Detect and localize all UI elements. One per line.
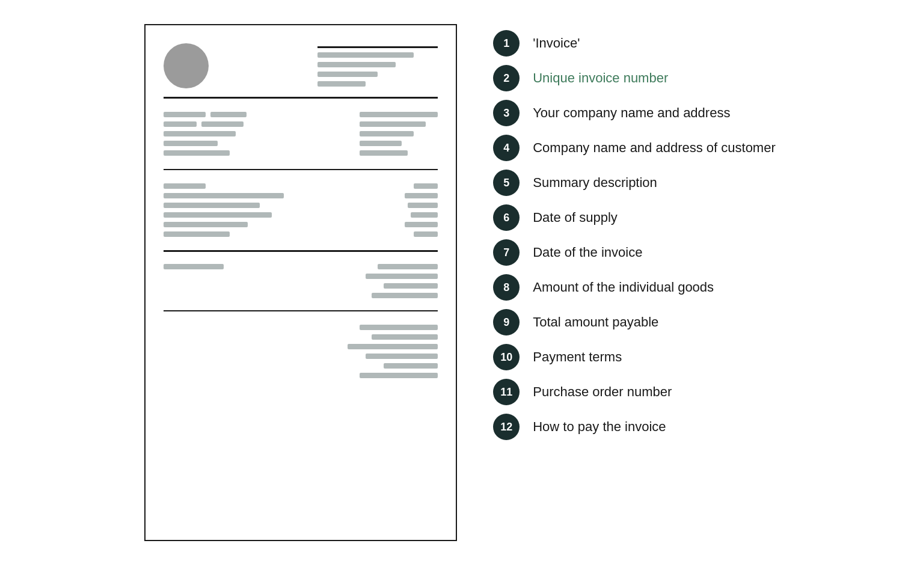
bar (372, 293, 438, 298)
bar (164, 112, 206, 117)
info-col-right (360, 112, 438, 156)
divider-2 (164, 169, 438, 171)
bar (164, 222, 248, 227)
legend-item-10: 10Payment terms (493, 344, 776, 370)
bar (414, 183, 438, 189)
payment-section (164, 316, 438, 378)
bar (360, 121, 426, 127)
badge-2: 2 (493, 65, 520, 91)
bar (201, 121, 244, 127)
badge-12: 12 (493, 414, 520, 440)
bar (164, 141, 218, 146)
legend-item-2: 2Unique invoice number (493, 65, 776, 91)
line-item-row (164, 183, 438, 189)
subtotals-left (164, 264, 224, 269)
bar (164, 264, 224, 269)
bar (360, 112, 438, 117)
bar (164, 121, 197, 127)
badge-11: 11 (493, 379, 520, 405)
line-items-section (164, 175, 438, 245)
info-col-left (164, 112, 247, 156)
bar (348, 344, 438, 349)
subtotals-right (366, 264, 438, 298)
badge-9: 9 (493, 309, 520, 335)
bar (164, 131, 236, 136)
bar (360, 325, 438, 330)
divider-4 (164, 310, 438, 312)
divider-1 (164, 97, 438, 99)
bar (360, 131, 414, 136)
legend-label-5: Summary description (533, 175, 657, 191)
line-item-row (164, 231, 438, 237)
line-item-row (164, 203, 438, 208)
legend-label-6: Date of supply (533, 210, 618, 225)
legend-list: 1'Invoice'2Unique invoice number3Your co… (493, 24, 776, 440)
legend-label-4: Company name and address of customer (533, 140, 776, 156)
page-container: 1'Invoice'2Unique invoice number3Your co… (0, 0, 920, 588)
bar (378, 264, 438, 269)
bar (164, 212, 272, 218)
subtotals-section (164, 257, 438, 305)
bar (384, 363, 438, 369)
badge-7: 7 (493, 239, 520, 266)
badge-4: 4 (493, 135, 520, 161)
legend-label-3: Your company name and address (533, 105, 730, 121)
bar (405, 193, 438, 198)
legend-item-9: 9Total amount payable (493, 309, 776, 335)
bar (360, 373, 438, 378)
badge-10: 10 (493, 344, 520, 370)
bar (164, 183, 206, 189)
bar (360, 141, 402, 146)
bar (164, 193, 284, 198)
line-item-row (164, 212, 438, 218)
legend-item-5: 5Summary description (493, 170, 776, 196)
bar (210, 112, 247, 117)
legend-label-7: Date of the invoice (533, 245, 642, 260)
bar (164, 203, 260, 208)
header-bar-2 (317, 62, 396, 67)
legend-label-11: Purchase order number (533, 384, 672, 400)
bar (414, 231, 438, 237)
bar (384, 283, 438, 289)
header-bar-3 (317, 72, 378, 77)
legend-label-12: How to pay the invoice (533, 419, 666, 435)
legend-label-10: Payment terms (533, 349, 622, 365)
legend-item-1: 1'Invoice' (493, 30, 776, 57)
invoice-header (164, 43, 438, 88)
badge-3: 3 (493, 100, 520, 126)
bar (372, 334, 438, 340)
legend-item-6: 6Date of supply (493, 204, 776, 231)
legend-label-2: Unique invoice number (533, 70, 668, 86)
info-section (164, 103, 438, 164)
badge-5: 5 (493, 170, 520, 196)
invoice-mockup (144, 24, 457, 541)
legend-item-12: 12How to pay the invoice (493, 414, 776, 440)
line-item-row (164, 222, 438, 227)
header-lines-block (317, 43, 438, 87)
bar (405, 222, 438, 227)
header-bar-1 (317, 52, 414, 58)
bar (164, 150, 230, 156)
legend-item-3: 3Your company name and address (493, 100, 776, 126)
legend-item-11: 11Purchase order number (493, 379, 776, 405)
bar (360, 150, 408, 156)
bar (411, 212, 438, 218)
bar (164, 231, 230, 237)
company-logo (164, 43, 209, 88)
header-line-accent (317, 46, 438, 48)
badge-6: 6 (493, 204, 520, 231)
bar (366, 274, 438, 279)
legend-item-4: 4Company name and address of customer (493, 135, 776, 161)
legend-item-8: 8Amount of the individual goods (493, 274, 776, 301)
badge-8: 8 (493, 274, 520, 301)
bar (366, 354, 438, 359)
bar (408, 203, 438, 208)
header-bar-4 (317, 81, 366, 87)
legend-label-9: Total amount payable (533, 314, 658, 330)
legend-label-1: 'Invoice' (533, 35, 580, 51)
badge-1: 1 (493, 30, 520, 57)
divider-3 (164, 250, 438, 252)
legend-label-8: Amount of the individual goods (533, 280, 714, 295)
legend-item-7: 7Date of the invoice (493, 239, 776, 266)
line-item-row (164, 193, 438, 198)
